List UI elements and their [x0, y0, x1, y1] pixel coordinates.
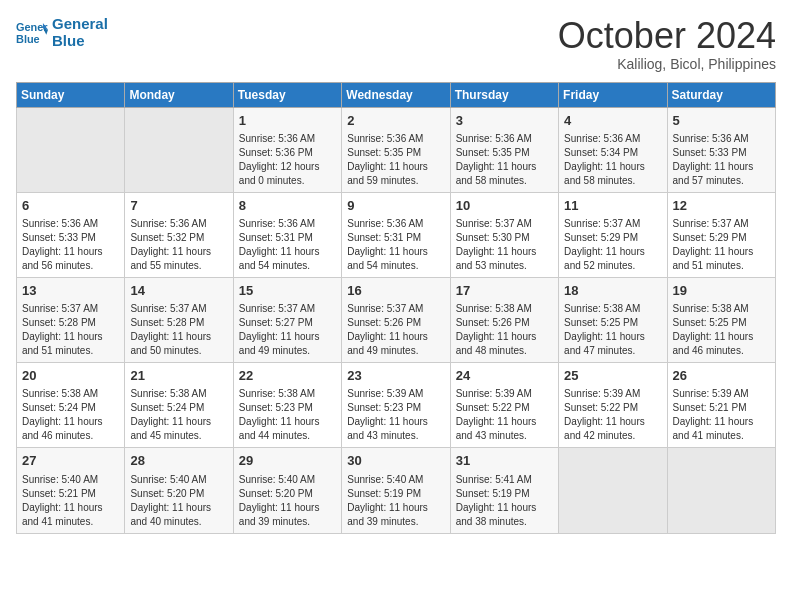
calendar-cell: 24Sunrise: 5:39 AMSunset: 5:22 PMDayligh… — [450, 363, 558, 448]
day-info: Sunset: 5:25 PM — [673, 316, 770, 330]
day-info: Daylight: 11 hours — [239, 415, 336, 429]
week-row-3: 13Sunrise: 5:37 AMSunset: 5:28 PMDayligh… — [17, 277, 776, 362]
day-info: and 0 minutes. — [239, 174, 336, 188]
day-info: Sunset: 5:24 PM — [22, 401, 119, 415]
day-info: Sunrise: 5:36 AM — [564, 132, 661, 146]
day-info: Daylight: 11 hours — [456, 160, 553, 174]
calendar-cell — [17, 107, 125, 192]
calendar-cell: 16Sunrise: 5:37 AMSunset: 5:26 PMDayligh… — [342, 277, 450, 362]
day-number: 25 — [564, 367, 661, 385]
day-info: Sunset: 5:28 PM — [130, 316, 227, 330]
day-info: and 43 minutes. — [347, 429, 444, 443]
calendar-cell: 7Sunrise: 5:36 AMSunset: 5:32 PMDaylight… — [125, 192, 233, 277]
day-info: and 41 minutes. — [22, 515, 119, 529]
day-info: and 57 minutes. — [673, 174, 770, 188]
day-info: Daylight: 12 hours — [239, 160, 336, 174]
day-info: Daylight: 11 hours — [130, 415, 227, 429]
calendar-cell: 8Sunrise: 5:36 AMSunset: 5:31 PMDaylight… — [233, 192, 341, 277]
title-block: October 2024 Kaliliog, Bicol, Philippine… — [558, 16, 776, 72]
day-info: Daylight: 11 hours — [347, 330, 444, 344]
day-info: Daylight: 11 hours — [130, 330, 227, 344]
day-info: Sunrise: 5:39 AM — [564, 387, 661, 401]
day-number: 20 — [22, 367, 119, 385]
day-info: Sunset: 5:29 PM — [564, 231, 661, 245]
day-info: Sunset: 5:35 PM — [456, 146, 553, 160]
header-saturday: Saturday — [667, 82, 775, 107]
calendar-cell: 31Sunrise: 5:41 AMSunset: 5:19 PMDayligh… — [450, 448, 558, 533]
day-info: and 39 minutes. — [239, 515, 336, 529]
header-sunday: Sunday — [17, 82, 125, 107]
day-info: Sunrise: 5:36 AM — [22, 217, 119, 231]
day-number: 6 — [22, 197, 119, 215]
month-title: October 2024 — [558, 16, 776, 56]
day-number: 9 — [347, 197, 444, 215]
calendar-cell: 6Sunrise: 5:36 AMSunset: 5:33 PMDaylight… — [17, 192, 125, 277]
day-number: 24 — [456, 367, 553, 385]
day-info: Sunrise: 5:38 AM — [564, 302, 661, 316]
day-info: Sunset: 5:36 PM — [239, 146, 336, 160]
day-info: Sunset: 5:33 PM — [673, 146, 770, 160]
calendar-cell: 30Sunrise: 5:40 AMSunset: 5:19 PMDayligh… — [342, 448, 450, 533]
day-info: Daylight: 11 hours — [22, 245, 119, 259]
calendar-cell: 23Sunrise: 5:39 AMSunset: 5:23 PMDayligh… — [342, 363, 450, 448]
calendar-cell: 27Sunrise: 5:40 AMSunset: 5:21 PMDayligh… — [17, 448, 125, 533]
day-info: Sunrise: 5:36 AM — [347, 132, 444, 146]
day-info: Daylight: 11 hours — [673, 415, 770, 429]
day-info: Sunrise: 5:39 AM — [673, 387, 770, 401]
day-info: Sunrise: 5:40 AM — [347, 473, 444, 487]
day-info: Daylight: 11 hours — [456, 415, 553, 429]
day-info: Sunrise: 5:38 AM — [239, 387, 336, 401]
day-info: Sunrise: 5:39 AM — [456, 387, 553, 401]
day-number: 28 — [130, 452, 227, 470]
day-number: 11 — [564, 197, 661, 215]
day-info: Sunset: 5:22 PM — [564, 401, 661, 415]
day-info: Sunrise: 5:36 AM — [347, 217, 444, 231]
day-number: 27 — [22, 452, 119, 470]
day-info: Sunrise: 5:40 AM — [130, 473, 227, 487]
day-number: 16 — [347, 282, 444, 300]
day-info: Sunset: 5:26 PM — [456, 316, 553, 330]
day-info: and 54 minutes. — [347, 259, 444, 273]
day-info: and 55 minutes. — [130, 259, 227, 273]
header-monday: Monday — [125, 82, 233, 107]
day-info: Sunset: 5:27 PM — [239, 316, 336, 330]
day-info: Sunset: 5:19 PM — [456, 487, 553, 501]
day-info: and 46 minutes. — [22, 429, 119, 443]
day-info: and 39 minutes. — [347, 515, 444, 529]
day-info: and 45 minutes. — [130, 429, 227, 443]
day-info: Daylight: 11 hours — [22, 501, 119, 515]
day-info: Sunset: 5:32 PM — [130, 231, 227, 245]
calendar-cell: 18Sunrise: 5:38 AMSunset: 5:25 PMDayligh… — [559, 277, 667, 362]
day-number: 23 — [347, 367, 444, 385]
calendar-cell: 10Sunrise: 5:37 AMSunset: 5:30 PMDayligh… — [450, 192, 558, 277]
calendar-cell: 17Sunrise: 5:38 AMSunset: 5:26 PMDayligh… — [450, 277, 558, 362]
day-info: Sunrise: 5:37 AM — [347, 302, 444, 316]
header-tuesday: Tuesday — [233, 82, 341, 107]
day-info: Daylight: 11 hours — [673, 245, 770, 259]
day-info: Sunset: 5:30 PM — [456, 231, 553, 245]
day-info: and 38 minutes. — [456, 515, 553, 529]
day-number: 3 — [456, 112, 553, 130]
day-info: Sunrise: 5:38 AM — [22, 387, 119, 401]
day-number: 13 — [22, 282, 119, 300]
day-info: and 46 minutes. — [673, 344, 770, 358]
week-row-4: 20Sunrise: 5:38 AMSunset: 5:24 PMDayligh… — [17, 363, 776, 448]
day-info: Sunrise: 5:38 AM — [673, 302, 770, 316]
day-info: and 47 minutes. — [564, 344, 661, 358]
day-info: Sunrise: 5:38 AM — [130, 387, 227, 401]
day-info: and 49 minutes. — [347, 344, 444, 358]
day-info: Daylight: 11 hours — [347, 415, 444, 429]
calendar-cell: 3Sunrise: 5:36 AMSunset: 5:35 PMDaylight… — [450, 107, 558, 192]
calendar-cell: 21Sunrise: 5:38 AMSunset: 5:24 PMDayligh… — [125, 363, 233, 448]
calendar-cell: 2Sunrise: 5:36 AMSunset: 5:35 PMDaylight… — [342, 107, 450, 192]
day-info: Sunrise: 5:36 AM — [239, 217, 336, 231]
day-info: and 44 minutes. — [239, 429, 336, 443]
day-info: Sunset: 5:29 PM — [673, 231, 770, 245]
day-info: Sunset: 5:28 PM — [22, 316, 119, 330]
day-info: Sunset: 5:20 PM — [130, 487, 227, 501]
day-info: Sunrise: 5:39 AM — [347, 387, 444, 401]
day-number: 8 — [239, 197, 336, 215]
day-info: Sunrise: 5:36 AM — [239, 132, 336, 146]
day-info: and 54 minutes. — [239, 259, 336, 273]
day-info: and 42 minutes. — [564, 429, 661, 443]
